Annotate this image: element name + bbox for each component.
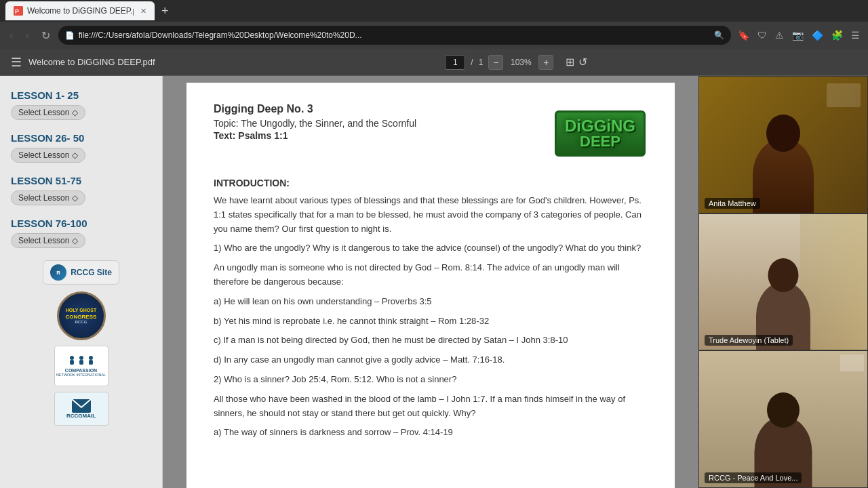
browser-chrome: P Welcome to DiGGING DEEP.pdf ✕ + ‹ › ↻ … bbox=[0, 0, 868, 49]
rccg-site-label: RCCG Site bbox=[71, 268, 112, 277]
paragraph-7: 2) Who is a sinner? Job 25:4, Rom. 5:12.… bbox=[214, 373, 648, 387]
pdf-filename: Welcome to DiGGING DEEP.pdf bbox=[28, 57, 155, 67]
sidebar-toggle-icon[interactable]: ☰ bbox=[11, 55, 22, 70]
url-text: file:///C:/Users/afola/Downloads/Telegra… bbox=[79, 30, 710, 40]
zoom-out-button[interactable]: − bbox=[488, 55, 503, 70]
compassion-label: COMPASSION bbox=[65, 368, 97, 373]
page-separator: / bbox=[471, 58, 473, 67]
reload-button[interactable]: ↻ bbox=[37, 26, 54, 45]
warning-button[interactable]: ⚠ bbox=[772, 28, 787, 42]
video-cell-1: Anita Matthew bbox=[698, 76, 868, 214]
svg-rect-3 bbox=[70, 360, 74, 365]
toolbar-icons: ⊞ ↺ bbox=[566, 56, 587, 68]
active-tab[interactable]: P Welcome to DiGGING DEEP.pdf ✕ bbox=[5, 1, 155, 20]
paragraph-3: a) He will lean on his own understanding… bbox=[214, 295, 648, 309]
svg-point-6 bbox=[89, 356, 93, 360]
paragraph-2: An ungodly man is someone who is not dir… bbox=[214, 261, 648, 289]
back-button[interactable]: ‹ bbox=[5, 26, 17, 44]
svg-rect-5 bbox=[79, 360, 83, 365]
rotate-icon[interactable]: ↺ bbox=[578, 56, 587, 68]
menu-button[interactable]: ☰ bbox=[848, 28, 863, 42]
svg-point-2 bbox=[70, 356, 74, 360]
digging-deep-logo: DiGGiNG DEEP bbox=[553, 103, 648, 164]
bookmark-button[interactable]: 🔖 bbox=[735, 28, 752, 42]
pdf-heading: Digging Deep No. 3 bbox=[214, 103, 553, 115]
lesson-group-4: LESSON 76-100 Select Lesson ◇ bbox=[11, 218, 151, 248]
paragraph-6: d) In any case an ungodly man cannot giv… bbox=[214, 353, 648, 367]
tab-close-btn[interactable]: ✕ bbox=[140, 7, 146, 16]
pdf-content-area[interactable]: Digging Deep No. 3 Topic: The Ungodly, t… bbox=[163, 76, 698, 488]
compassion-logo[interactable]: COMPASSION NETWORK INTERNATIONAL bbox=[54, 346, 108, 386]
video-cell-2: Trude Adewoyin (Tablet) bbox=[698, 214, 868, 351]
select-lesson-2-button[interactable]: Select Lesson ◇ bbox=[11, 148, 85, 163]
rccgmail-logo[interactable]: RCCGMAIL bbox=[54, 392, 108, 426]
nav-bar: ‹ › ↻ 📄 file:///C:/Users/afola/Downloads… bbox=[0, 22, 868, 49]
shield-button[interactable]: 🛡 bbox=[755, 28, 770, 42]
nav-icons: 🔖 🛡 ⚠ 📷 🔷 🧩 ☰ bbox=[735, 28, 863, 42]
lesson-group-2: LESSON 26- 50 Select Lesson ◇ bbox=[11, 132, 151, 163]
paragraph-4: b) Yet his mind is reprobate i.e. he can… bbox=[214, 314, 648, 329]
pocket-button[interactable]: 🔷 bbox=[809, 28, 826, 42]
tab-bar: P Welcome to DiGGING DEEP.pdf ✕ + bbox=[0, 0, 868, 22]
svg-point-4 bbox=[79, 356, 83, 360]
lesson-title-3: LESSON 51-75 bbox=[11, 175, 151, 186]
section-intro-title: INTRODUCTION: bbox=[214, 178, 648, 188]
zoom-level: 103% bbox=[509, 58, 533, 67]
page-total: 1 bbox=[479, 58, 484, 67]
capture-button[interactable]: 📷 bbox=[789, 28, 806, 42]
url-bar[interactable]: 📄 file:///C:/Users/afola/Downloads/Teleg… bbox=[58, 26, 731, 45]
extensions-button[interactable]: 🧩 bbox=[829, 28, 846, 42]
rccgmail-label: RCCGMAIL bbox=[66, 413, 96, 419]
pdf-header: Digging Deep No. 3 Topic: The Ungodly, t… bbox=[214, 103, 648, 164]
video-cell-3: RCCG - Peace And Love... bbox=[698, 350, 868, 488]
pdf-toolbar-center: / 1 − 103% + ⊞ ↺ bbox=[176, 55, 857, 70]
pdf-toolbar: ☰ Welcome to DiGGING DEEP.pdf / 1 − 103%… bbox=[0, 49, 868, 76]
search-icon: 🔍 bbox=[714, 30, 724, 40]
video-label-1: Anita Matthew bbox=[705, 198, 760, 209]
select-lesson-3-button[interactable]: Select Lesson ◇ bbox=[11, 190, 85, 205]
pdf-topic: Topic: The Ungodly, the Sinner, and the … bbox=[214, 118, 553, 129]
video-panel: Anita Matthew Trude Adewoyin (Tablet) bbox=[698, 76, 868, 488]
lesson-group-3: LESSON 51-75 Select Lesson ◇ bbox=[11, 175, 151, 205]
video-label-2: Trude Adewoyin (Tablet) bbox=[705, 335, 793, 346]
rccg-site-logo[interactable]: R RCCG Site bbox=[11, 260, 151, 285]
compassion-sublabel: NETWORK INTERNATIONAL bbox=[56, 373, 106, 377]
fit-page-icon[interactable]: ⊞ bbox=[566, 56, 574, 68]
svg-rect-7 bbox=[89, 360, 93, 365]
tab-title: Welcome to DiGGING DEEP.pdf bbox=[27, 6, 134, 16]
main-area: LESSON 1- 25 Select Lesson ◇ LESSON 26- … bbox=[0, 76, 868, 488]
lesson-title-1: LESSON 1- 25 bbox=[11, 89, 151, 101]
zoom-in-button[interactable]: + bbox=[538, 55, 553, 70]
pdf-sidebar: LESSON 1- 25 Select Lesson ◇ LESSON 26- … bbox=[0, 76, 163, 488]
paragraph-1: 1) Who are the ungodly? Why is it danger… bbox=[214, 241, 648, 256]
svg-text:P: P bbox=[15, 8, 19, 15]
forward-button[interactable]: › bbox=[21, 26, 33, 44]
lesson-title-4: LESSON 76-100 bbox=[11, 218, 151, 229]
file-icon: 📄 bbox=[65, 31, 75, 40]
paragraph-5: c) If a man is not being directed by God… bbox=[214, 333, 648, 348]
video-label-3: RCCG - Peace And Love... bbox=[705, 472, 802, 483]
paragraph-0: We have learnt about various types of bl… bbox=[214, 194, 648, 236]
paragraph-9: a) The way of sinners is darkness and so… bbox=[214, 426, 648, 440]
page-number-input[interactable] bbox=[445, 55, 465, 70]
select-lesson-4-button[interactable]: Select Lesson ◇ bbox=[11, 233, 85, 248]
congress-logo[interactable]: HOLY GHOST CONGRESS RCCG bbox=[57, 291, 106, 340]
lesson-group-1: LESSON 1- 25 Select Lesson ◇ bbox=[11, 89, 151, 120]
tab-favicon: P bbox=[14, 6, 23, 16]
select-lesson-1-button[interactable]: Select Lesson ◇ bbox=[11, 105, 85, 120]
pdf-header-text: Digging Deep No. 3 Topic: The Ungodly, t… bbox=[214, 103, 553, 141]
pdf-text-ref: Text: Psalms 1:1 bbox=[214, 130, 553, 141]
lesson-title-2: LESSON 26- 50 bbox=[11, 132, 151, 144]
paragraph-8: All those who have been washed in the bl… bbox=[214, 392, 648, 421]
new-tab-button[interactable]: + bbox=[157, 4, 173, 18]
pdf-page: Digging Deep No. 3 Topic: The Ungodly, t… bbox=[186, 83, 675, 488]
